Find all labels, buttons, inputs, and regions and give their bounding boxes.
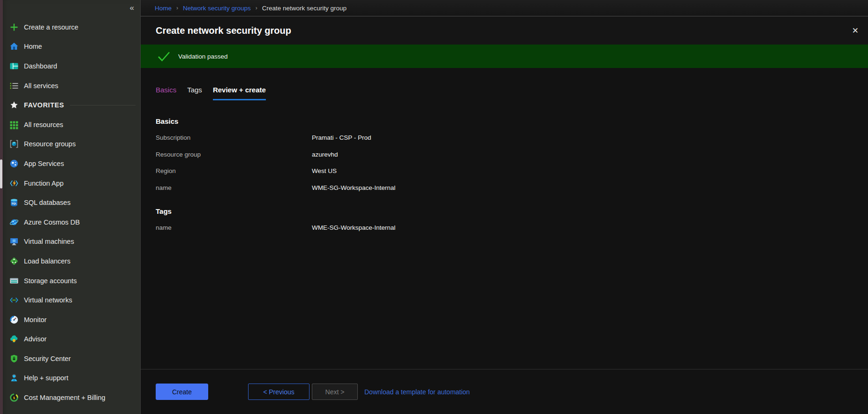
sidebar-item-label: Function App [24, 180, 64, 187]
section-title-basics: Basics [156, 113, 853, 129]
sql-database-icon: SQL [9, 198, 19, 207]
review-row-resource-group: Resource group azurevhd [156, 146, 853, 163]
validation-banner-text: Validation passed [178, 53, 228, 60]
sidebar-item-label: Virtual networks [24, 296, 72, 304]
sidebar-item-load-balancers[interactable]: Load balancers [0, 251, 140, 271]
breadcrumb-link-home[interactable]: Home [155, 5, 172, 12]
tab-basics[interactable]: Basics [156, 86, 176, 100]
page-title: Create network security group [156, 25, 849, 36]
sidebar-item-label: Security Center [24, 355, 71, 362]
review-row-subscription: Subscription Pramati - CSP - Prod [156, 129, 853, 146]
sidebar-item-all-resources[interactable]: All resources [0, 115, 140, 135]
sidebar-item-function-app[interactable]: Function App [0, 173, 140, 193]
check-icon [158, 51, 170, 62]
row-label: Subscription [156, 134, 312, 141]
section-gap [156, 196, 853, 203]
sidebar-item-create-a-resource[interactable]: Create a resource [0, 17, 140, 37]
sidebar-item-label: Cost Management + Billing [24, 394, 106, 401]
grid-icon [9, 120, 19, 129]
row-value: Pramati - CSP - Prod [312, 134, 371, 141]
cost-management-icon: $ [9, 393, 19, 402]
breadcrumb-separator-icon: › [176, 5, 178, 11]
sidebar-item-storage-accounts[interactable]: Storage accounts [0, 271, 140, 291]
cosmos-db-icon [9, 218, 19, 227]
review-row-name: name WME-SG-Workspace-Internal [156, 180, 853, 196]
function-app-icon [9, 179, 19, 188]
sidebar-item-monitor[interactable]: Monitor [0, 310, 140, 330]
row-label: name [156, 184, 312, 191]
sidebar-item-label: Dashboard [24, 62, 57, 70]
sidebar-item-label: App Services [24, 160, 64, 167]
storage-account-icon [9, 276, 19, 286]
validation-banner: Validation passed [141, 45, 868, 68]
sidebar-item-virtual-machines[interactable]: Virtual machines [0, 232, 140, 252]
list-icon [9, 81, 19, 90]
app-services-icon [9, 159, 19, 168]
review-row-tag-name: name WME-SG-Workspace-Internal [156, 219, 853, 236]
sidebar-item-advisor[interactable]: Advisor [0, 330, 140, 349]
breadcrumb-current: Create network security group [262, 5, 347, 12]
sidebar-item-azure-cosmos-db[interactable]: Azure Cosmos DB [0, 212, 140, 232]
section-title-tags: Tags [156, 203, 853, 219]
sidebar-item-security-center[interactable]: Security Center [0, 349, 140, 369]
blade: Home › Network security groups › Create … [140, 0, 868, 414]
favorites-label: FAVORITES [24, 101, 64, 109]
favorites-header: FAVORITES [0, 95, 140, 115]
sidebar-item-sql-databases[interactable]: SQL SQL databases [0, 193, 140, 212]
create-button[interactable]: Create [156, 384, 208, 400]
virtual-machine-icon [9, 237, 19, 246]
sidebar-item-virtual-networks[interactable]: Virtual networks [0, 290, 140, 310]
svg-text:$: $ [13, 396, 15, 400]
next-button[interactable]: Next > [312, 384, 358, 400]
row-value: azurevhd [312, 151, 338, 158]
resource-group-icon [9, 139, 19, 149]
security-center-icon [9, 354, 19, 363]
sidebar-item-label: Azure Cosmos DB [24, 218, 80, 226]
download-template-link[interactable]: Download a template for automation [364, 388, 470, 396]
breadcrumb: Home › Network security groups › Create … [141, 0, 868, 16]
load-balancer-icon [9, 256, 19, 266]
sidebar-item-dashboard[interactable]: Dashboard [0, 56, 140, 76]
sidebar-item-help-support[interactable]: Help + support [0, 369, 140, 388]
window-edge-strip [0, 0, 3, 414]
blade-header: Create network security group ✕ [141, 16, 868, 45]
footer-action-bar: Create < Previous Next > Download a temp… [141, 369, 868, 414]
sidebar-item-label: Help + support [24, 374, 68, 382]
help-support-icon [9, 373, 19, 383]
sidebar-item-resource-groups[interactable]: Resource groups [0, 135, 140, 154]
tab-review-create[interactable]: Review + create [213, 86, 266, 100]
sidebar-item-label: Advisor [24, 335, 46, 343]
sidebar-item-label: Virtual machines [24, 238, 74, 245]
sidebar-collapse-icon[interactable]: « [128, 3, 136, 13]
breadcrumb-link-network-security-groups[interactable]: Network security groups [183, 5, 251, 12]
row-label: Resource group [156, 151, 312, 158]
sidebar-item-label: Load balancers [24, 257, 70, 265]
row-value: West US [312, 167, 337, 174]
sidebar: « Create a resource Home Dashboard [0, 0, 140, 414]
sidebar-item-label: Storage accounts [24, 277, 77, 285]
sidebar-scrollbar-thumb[interactable] [0, 159, 2, 188]
previous-button[interactable]: < Previous [248, 384, 309, 400]
sidebar-item-cost-management-billing[interactable]: $ Cost Management + Billing [0, 388, 140, 407]
sidebar-item-label: Home [24, 43, 42, 50]
sidebar-item-label: Create a resource [24, 23, 78, 31]
sidebar-item-label: Monitor [24, 316, 46, 324]
close-icon[interactable]: ✕ [849, 25, 861, 37]
sidebar-item-label: Resource groups [24, 140, 75, 148]
star-icon [9, 100, 19, 110]
tab-tags[interactable]: Tags [187, 86, 202, 100]
sidebar-item-label: All resources [24, 121, 63, 128]
row-value: WME-SG-Workspace-Internal [312, 224, 395, 231]
row-label: Region [156, 167, 312, 174]
sidebar-item-home[interactable]: Home [0, 37, 140, 57]
azure-portal: « Create a resource Home Dashboard [0, 0, 868, 414]
review-content: Basics Subscription Pramati - CSP - Prod… [141, 100, 868, 369]
sidebar-item-label: SQL databases [24, 199, 70, 206]
sidebar-item-app-services[interactable]: App Services [0, 154, 140, 173]
sidebar-item-all-services[interactable]: All services [0, 76, 140, 96]
sidebar-nav: Create a resource Home Dashboard All ser… [0, 0, 140, 407]
tabs: Basics Tags Review + create [141, 86, 868, 100]
svg-text:SQL: SQL [11, 202, 17, 205]
review-row-region: Region West US [156, 163, 853, 180]
dashboard-icon [9, 61, 19, 71]
